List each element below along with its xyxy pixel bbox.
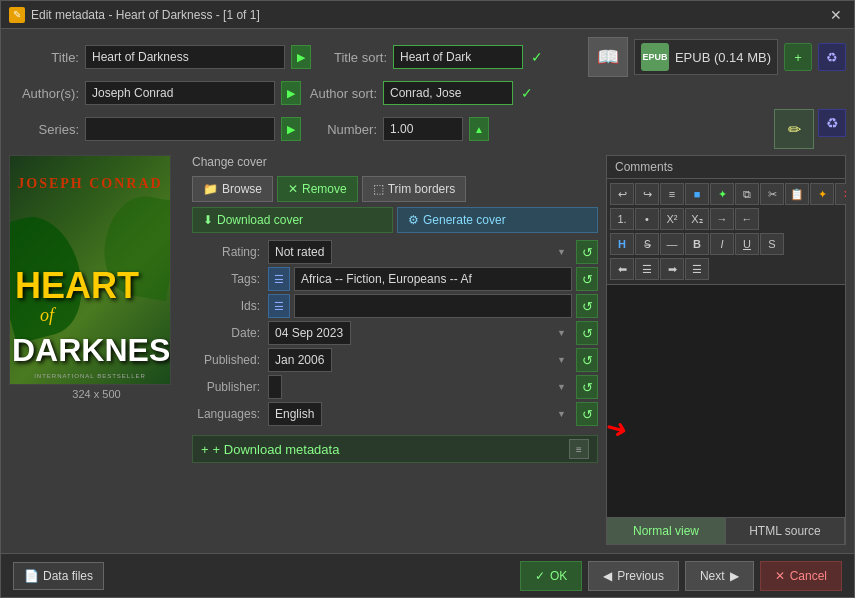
paste-btn[interactable]: 📋 xyxy=(785,183,809,205)
date-label: Date: xyxy=(192,326,264,340)
ids-input[interactable] xyxy=(294,294,572,318)
tags-row: Tags: ☰ ↺ xyxy=(192,267,598,291)
authorsort-input[interactable] xyxy=(383,81,513,105)
remove-button[interactable]: ✕ Remove xyxy=(277,176,358,202)
outdent-btn[interactable]: ← xyxy=(735,208,759,230)
remove-icon: ✕ xyxy=(288,182,298,196)
generate-cover-button[interactable]: ⚙ Generate cover xyxy=(397,207,598,233)
download-metadata-row[interactable]: + + Download metadata ≡ xyxy=(192,435,598,463)
title-arrow-btn[interactable]: ▶ xyxy=(291,45,311,69)
number-label: Number: xyxy=(307,122,377,137)
toolbar-row-1: ↩ ↪ ≡ ■ ✦ ⧉ ✂ 📋 ✦ ✕ xyxy=(610,182,846,206)
normal-view-btn[interactable]: Normal view xyxy=(607,518,726,544)
strikethrough-btn[interactable]: S̶ xyxy=(635,233,659,255)
color-fill-btn[interactable]: ■ xyxy=(685,183,709,205)
cover-buttons: 📁 Browse ✕ Remove ⬚ Trim borders xyxy=(192,176,598,202)
languages-select-wrapper: English xyxy=(268,402,572,426)
more-btn[interactable]: S xyxy=(760,233,784,255)
align-left-btn[interactable]: ≡ xyxy=(660,183,684,205)
author-input[interactable] xyxy=(85,81,275,105)
date-row: Date: 04 Sep 2023 ↺ xyxy=(192,321,598,345)
published-select[interactable]: Jan 2006 xyxy=(268,348,332,372)
add-format-btn[interactable]: + xyxy=(784,43,812,71)
recycle2-btn[interactable]: ♻ xyxy=(818,109,846,137)
author-row: Author(s): ▶ Author sort: ✓ xyxy=(9,81,846,105)
publisher-select[interactable] xyxy=(268,375,282,399)
number-input[interactable] xyxy=(383,117,463,141)
date-select[interactable]: 04 Sep 2023 xyxy=(268,321,351,345)
author-label: Author(s): xyxy=(9,86,79,101)
ok-button[interactable]: ✓ OK xyxy=(520,561,582,591)
epub-label: EPUB (0.14 MB) xyxy=(675,50,771,65)
next-button[interactable]: Next ▶ xyxy=(685,561,754,591)
close-button[interactable]: ✕ xyxy=(826,5,846,25)
comments-panel: Comments ↩ ↪ ≡ ■ ✦ ⧉ ✂ 📋 ✦ ✕ xyxy=(606,155,846,545)
cover-author-text: JOSEPH CONRAD xyxy=(10,176,170,192)
browse-button[interactable]: 📁 Browse xyxy=(192,176,273,202)
erase-btn[interactable]: ✕ xyxy=(835,183,846,205)
titlesort-label: Title sort: xyxy=(317,50,387,65)
data-files-button[interactable]: 📄 Data files xyxy=(13,562,104,590)
html-source-btn[interactable]: HTML source xyxy=(726,518,845,544)
titlesort-input[interactable] xyxy=(393,45,523,69)
hr-btn[interactable]: — xyxy=(660,233,684,255)
undo-btn[interactable]: ↩ xyxy=(610,183,634,205)
author-arrow-btn[interactable]: ▶ xyxy=(281,81,301,105)
epub-badge[interactable]: EPUB EPUB (0.14 MB) xyxy=(634,39,778,75)
cancel-x-icon: ✕ xyxy=(775,569,785,583)
title-label: Title: xyxy=(9,50,79,65)
languages-refresh-btn[interactable]: ↺ xyxy=(576,402,598,426)
align-right-btn[interactable]: ➡ xyxy=(660,258,684,280)
languages-select[interactable]: English xyxy=(268,402,322,426)
ids-refresh-btn[interactable]: ↺ xyxy=(576,294,598,318)
cancel-button[interactable]: ✕ Cancel xyxy=(760,561,842,591)
ids-icon-btn[interactable]: ☰ xyxy=(268,294,290,318)
app-icon: ✎ xyxy=(9,7,25,23)
ids-row: Ids: ☰ ↺ xyxy=(192,294,598,318)
ol-btn[interactable]: 1. xyxy=(610,208,634,230)
published-select-wrapper: Jan 2006 xyxy=(268,348,572,372)
copy-btn[interactable]: ⧉ xyxy=(735,183,759,205)
underline-btn[interactable]: U xyxy=(735,233,759,255)
clear-format-btn[interactable]: ✦ xyxy=(710,183,734,205)
tags-input[interactable] xyxy=(294,267,572,291)
align-justify-btn[interactable]: ☰ xyxy=(685,258,709,280)
cut-btn[interactable]: ✂ xyxy=(760,183,784,205)
trim-borders-button[interactable]: ⬚ Trim borders xyxy=(362,176,467,202)
window-title: Edit metadata - Heart of Darkness - [1 o… xyxy=(31,8,260,22)
book-icon: 📖 xyxy=(597,46,619,68)
pencil-icon: ✏ xyxy=(788,120,801,139)
download-cover-button[interactable]: ⬇ Download cover xyxy=(192,207,393,233)
previous-button[interactable]: ◀ Previous xyxy=(588,561,679,591)
series-input[interactable] xyxy=(85,117,275,141)
indent-btn[interactable]: → xyxy=(710,208,734,230)
bold-btn[interactable]: B xyxy=(685,233,709,255)
header-btn[interactable]: H xyxy=(610,233,634,255)
rating-label: Rating: xyxy=(192,245,264,259)
title-bar-left: ✎ Edit metadata - Heart of Darkness - [1… xyxy=(9,7,260,23)
rating-refresh-btn[interactable]: ↺ xyxy=(576,240,598,264)
recycle-btn[interactable]: ♻ xyxy=(818,43,846,71)
cover-intl-text: INTERNATIONAL BESTSELLER xyxy=(10,373,170,379)
edit-cover-btn[interactable]: ✏ xyxy=(774,109,814,149)
subscript-btn[interactable]: X₂ xyxy=(685,208,709,230)
redo-btn[interactable]: ↪ xyxy=(635,183,659,205)
published-refresh-btn[interactable]: ↺ xyxy=(576,348,598,372)
tags-refresh-btn[interactable]: ↺ xyxy=(576,267,598,291)
number-up-btn[interactable]: ▲ xyxy=(469,117,489,141)
ok-check-icon: ✓ xyxy=(535,569,545,583)
ul-btn[interactable]: • xyxy=(635,208,659,230)
publisher-refresh-btn[interactable]: ↺ xyxy=(576,375,598,399)
align-left2-btn[interactable]: ⬅ xyxy=(610,258,634,280)
date-refresh-btn[interactable]: ↺ xyxy=(576,321,598,345)
italic-btn[interactable]: I xyxy=(710,233,734,255)
series-arrow-btn[interactable]: ▶ xyxy=(281,117,301,141)
tags-icon-btn[interactable]: ☰ xyxy=(268,267,290,291)
magic-btn[interactable]: ✦ xyxy=(810,183,834,205)
title-input[interactable] xyxy=(85,45,285,69)
rating-select[interactable]: Not rated xyxy=(268,240,332,264)
cover-of-text: of xyxy=(40,305,54,326)
align-center-btn[interactable]: ☰ xyxy=(635,258,659,280)
comments-footer: Normal view HTML source xyxy=(607,517,845,544)
superscript-btn[interactable]: X² xyxy=(660,208,684,230)
